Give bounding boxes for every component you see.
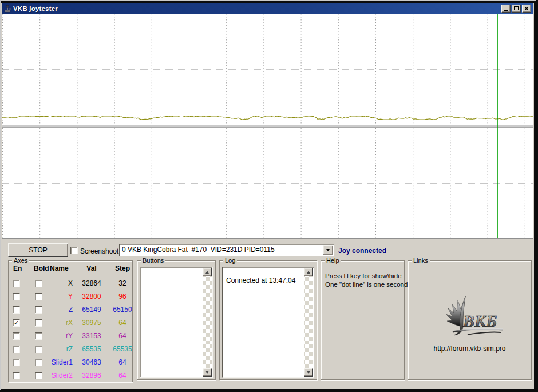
window-controls <box>501 5 531 13</box>
axis-bold-checkbox-Slider2[interactable] <box>35 372 42 379</box>
dropdown-button[interactable] <box>323 245 333 255</box>
maximize-button[interactable] <box>512 5 521 13</box>
axis-row-Z: Z6514965150 <box>9 303 132 316</box>
axes-table-header: En Bold Name Val Step <box>9 264 132 274</box>
axis-row-rX: ✓rX3097564 <box>9 316 132 330</box>
scroll-up-button[interactable] <box>203 268 212 276</box>
axis-name-Slider1: Slider1 <box>44 356 73 369</box>
axes-table-rows: X3286432Y3280096Z6514965150✓rX3097564rY3… <box>9 277 132 382</box>
device-selector[interactable]: 0 VKB KingCobra Fat #170 VID=231D PID=01… <box>119 244 334 256</box>
axis-value-rZ: 65535 <box>74 343 109 356</box>
forum-link[interactable]: http://forum.vkb-sim.pro <box>408 345 531 353</box>
vkb-logo-icon: ВКБ <box>433 295 507 340</box>
axis-row-rZ: rZ6553565535 <box>9 343 132 356</box>
axis-trace-graph <box>2 14 533 239</box>
buttons-panel-title: Buttons <box>141 257 165 264</box>
header-val: Val <box>74 264 109 272</box>
log-panel: Log Connected at 13:47:04 <box>219 260 317 380</box>
axis-bold-checkbox-rX[interactable] <box>35 319 42 327</box>
log-listbox[interactable]: Connected at 13:47:04 <box>222 267 314 378</box>
axis-step-Y: 96 <box>109 290 136 303</box>
vkb-logo-text: ВКБ <box>462 311 497 330</box>
axes-panel-title: Axes <box>12 257 29 264</box>
axis-en-checkbox-Slider1[interactable] <box>13 359 20 366</box>
help-panel-title: Help <box>325 257 341 264</box>
desktop: { "window": { "title": "VKB joytester" }… <box>0 0 538 392</box>
axis-step-Slider2: 64 <box>109 369 136 382</box>
log-panel-title: Log <box>223 257 237 264</box>
axis-en-checkbox-X[interactable] <box>13 280 20 287</box>
help-line-2: One "dot line" is one second <box>325 280 408 289</box>
axis-step-rY: 64 <box>109 330 136 343</box>
chevron-down-icon <box>326 249 330 251</box>
header-step: Step <box>109 264 136 272</box>
log-entry: Connected at 13:47:04 <box>226 276 304 284</box>
scroll-up-icon <box>205 271 209 274</box>
axis-value-Z: 65149 <box>74 303 109 316</box>
screenshot-checkbox[interactable] <box>70 247 78 254</box>
axis-name-rY: rY <box>44 330 73 343</box>
axis-en-checkbox-Y[interactable] <box>13 293 20 300</box>
axis-en-checkbox-Z[interactable] <box>13 306 20 314</box>
axis-name-Y: Y <box>44 290 73 303</box>
axis-row-Y: Y3280096 <box>9 290 132 303</box>
axis-en-checkbox-rY[interactable] <box>13 332 20 340</box>
axis-name-rZ: rZ <box>44 343 73 356</box>
axis-step-Z: 65150 <box>109 303 136 316</box>
scroll-down-button[interactable] <box>203 368 212 377</box>
window-title: VKB joytester <box>13 5 501 12</box>
buttons-panel: Buttons <box>137 260 216 380</box>
axis-row-rY: rY3315364 <box>9 330 132 343</box>
device-selector-value: 0 VKB KingCobra Fat #170 VID=231D PID=01… <box>120 244 323 256</box>
title-bar[interactable]: VKB joytester <box>2 3 533 14</box>
axis-value-Slider1: 30463 <box>74 356 109 369</box>
buttons-list-content <box>140 267 203 377</box>
axis-name-X: X <box>44 277 73 290</box>
axis-bold-checkbox-rY[interactable] <box>35 332 42 340</box>
axis-name-Slider2: Slider2 <box>44 369 73 382</box>
axis-row-Slider1: Slider13046364 <box>9 356 132 369</box>
help-text: Press H key for show\hide One "dot line"… <box>325 272 408 289</box>
links-panel: Links ВКБ <box>408 260 532 380</box>
links-panel-title: Links <box>412 257 430 264</box>
axis-bold-checkbox-Y[interactable] <box>35 293 42 300</box>
axis-row-Slider2: Slider23289664 <box>9 369 132 382</box>
header-bold: Bold <box>34 264 49 272</box>
screenshot-label: Screenshoot <box>80 247 118 255</box>
axes-panel: Axes En Bold Name Val Step X3286432Y3280… <box>8 260 133 382</box>
close-icon <box>524 6 529 11</box>
scroll-down-button[interactable] <box>304 368 313 377</box>
buttons-listbox[interactable] <box>140 267 213 378</box>
axis-en-checkbox-rX[interactable]: ✓ <box>13 319 20 327</box>
axis-bold-checkbox-X[interactable] <box>35 280 42 287</box>
axis-step-X: 32 <box>109 277 136 290</box>
axis-en-checkbox-Slider2[interactable] <box>13 372 20 379</box>
axis-bold-checkbox-Slider1[interactable] <box>35 359 42 366</box>
scroll-down-icon <box>205 371 209 374</box>
axis-bold-checkbox-rZ[interactable] <box>35 346 42 353</box>
axis-row-X: X3286432 <box>9 277 132 290</box>
scroll-down-icon <box>307 371 310 374</box>
scroll-up-button[interactable] <box>304 268 313 276</box>
window-outer-edge-top <box>0 0 536 1</box>
connection-status: Joy connected <box>338 247 386 255</box>
help-line-1: Press H key for show\hide <box>325 272 408 280</box>
axis-name-Z: Z <box>44 303 73 316</box>
stop-button[interactable]: STOP <box>8 243 68 257</box>
axis-bold-checkbox-Z[interactable] <box>35 306 42 314</box>
graph-canvas <box>2 14 533 238</box>
axis-step-Slider1: 64 <box>109 356 136 369</box>
close-button[interactable] <box>522 5 531 13</box>
axis-value-Slider2: 32896 <box>74 369 109 382</box>
maximize-icon <box>514 6 519 10</box>
help-panel: Help Press H key for show\hide One "dot … <box>321 260 405 380</box>
log-scrollbar[interactable] <box>304 268 313 377</box>
axis-en-checkbox-rZ[interactable] <box>13 346 20 353</box>
axis-value-rY: 33153 <box>74 330 109 343</box>
buttons-scrollbar[interactable] <box>203 268 212 377</box>
minimize-button[interactable] <box>501 5 511 13</box>
axis-value-Y: 32800 <box>74 290 109 303</box>
app-window: VKB joytester STOP Screenshoot 0 VKB Kin… <box>1 3 534 389</box>
header-name: Name <box>50 264 69 272</box>
log-list-content: Connected at 13:47:04 <box>223 267 304 377</box>
